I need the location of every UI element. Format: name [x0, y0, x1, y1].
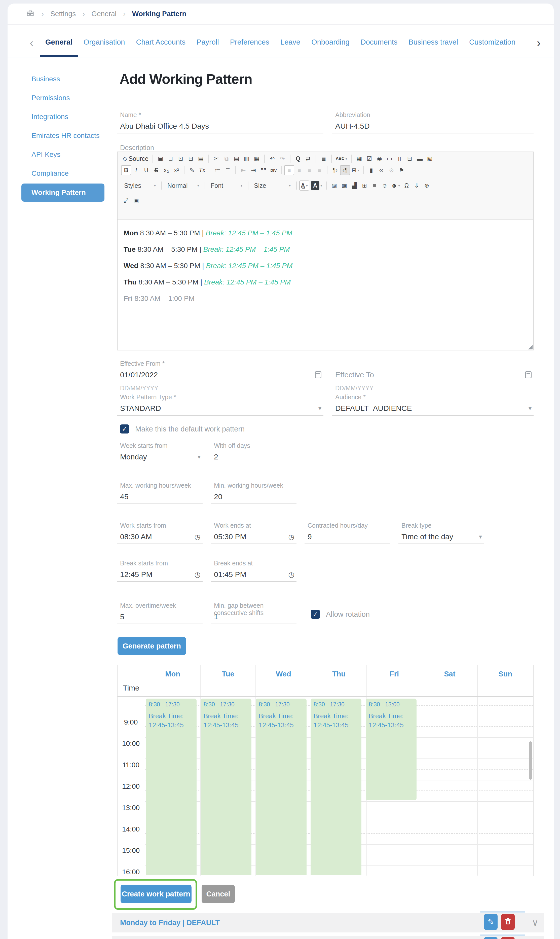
sidebar-item-permissions[interactable]: Permissions	[15, 88, 116, 107]
break-ends-at-field[interactable]: Break ends at 01:45 PM◷	[211, 560, 297, 582]
preview-icon[interactable]: ⊡	[176, 154, 186, 164]
contracted-hours-value[interactable]: 9	[308, 533, 312, 541]
delete-pattern-button[interactable]	[501, 937, 515, 939]
unlink-icon[interactable]: ⊘	[386, 165, 396, 175]
new-page-icon[interactable]: □	[166, 154, 176, 164]
sidebar-item-compliance[interactable]: Compliance	[15, 164, 116, 183]
min-working-hours-value[interactable]: 20	[214, 493, 222, 501]
smiley-icon[interactable]: ☺	[380, 180, 389, 191]
align-right-icon[interactable]: ≡	[304, 165, 314, 175]
audience-field[interactable]: Audience * DEFAULT_AUDIENCE▾	[332, 394, 534, 416]
max-overtime-field[interactable]: Max. overtime/week 5	[117, 602, 203, 624]
paste-text-icon[interactable]: ▥	[242, 154, 252, 164]
sidebar-item-working-pattern[interactable]: Working Pattern	[22, 183, 105, 202]
form-icon[interactable]: ▦	[354, 154, 365, 164]
with-off-days-value[interactable]: 2	[214, 453, 218, 461]
blockquote-icon[interactable]: ””	[258, 165, 269, 175]
edit-pattern-button[interactable]: ✎	[484, 914, 498, 930]
audience-value[interactable]: DEFAULT_AUDIENCE	[335, 404, 412, 413]
editor-resize-handle[interactable]	[528, 345, 532, 349]
link-icon[interactable]: ∞	[376, 165, 386, 175]
clock-icon[interactable]: ◷	[195, 533, 201, 541]
effective-to-placeholder[interactable]: Effective To	[335, 371, 374, 379]
show-blocks-icon[interactable]: ▣	[131, 195, 141, 205]
align-justify-icon[interactable]: ≡	[314, 165, 325, 175]
saved-pattern-row[interactable]: Monday to Friday | DEFAULT ✎ ∨	[112, 913, 544, 933]
button-field-icon[interactable]: ▬	[415, 154, 425, 164]
name-value[interactable]: Abu Dhabi Office 4.5 Days	[120, 122, 209, 131]
tabs-scroll-left-icon[interactable]: ‹	[30, 38, 34, 47]
align-left-icon[interactable]: ≡	[284, 165, 294, 175]
day-header-mon[interactable]: Mon	[145, 665, 201, 696]
day-header-wed[interactable]: Wed	[256, 665, 311, 696]
page-break-icon[interactable]: ⇓	[411, 180, 422, 191]
generate-pattern-button[interactable]: Generate pattern	[117, 637, 186, 655]
anchor-icon[interactable]: ⚑	[396, 165, 406, 175]
background-color-icon[interactable]: A▾	[309, 180, 324, 191]
editor-content[interactable]: Mon 8:30 AM – 5:30 PM | Break: 12:45 PM …	[117, 220, 533, 350]
break-type-field[interactable]: Break type Time of the day▾	[398, 522, 484, 544]
abbreviation-field[interactable]: Abbreviation AUH-4.5D	[332, 111, 534, 134]
work-ends-at-value[interactable]: 05:30 PM	[214, 533, 246, 541]
calendar-body[interactable]: 9:00 10:00 11:00 12:00 13:00 14:00 15:00…	[117, 697, 533, 876]
text-color-icon[interactable]: A▾	[299, 180, 309, 191]
break-starts-from-value[interactable]: 12:45 PM	[120, 570, 152, 579]
sidebar-item-integrations[interactable]: Integrations	[15, 107, 116, 126]
templates-icon[interactable]: ▤	[196, 154, 206, 164]
min-working-hours-field[interactable]: Min. working hours/week 20	[211, 482, 297, 504]
work-starts-from-field[interactable]: Work starts from 08:30 AM◷	[117, 522, 203, 544]
outdent-icon[interactable]: ⇤	[238, 165, 248, 175]
day-header-sat[interactable]: Sat	[422, 665, 478, 696]
clock-icon[interactable]: ◷	[288, 570, 294, 579]
delete-pattern-button[interactable]	[501, 914, 515, 930]
chevron-down-icon[interactable]: ∨	[532, 917, 538, 928]
calendar-event-fri[interactable]: 8:30 - 13:00Break Time: 12:45-13:45	[366, 699, 417, 800]
day-header-fri[interactable]: Fri	[367, 665, 422, 696]
work-ends-at-field[interactable]: Work ends at 05:30 PM◷	[211, 522, 297, 544]
allow-rotation-checkbox[interactable]: ✓	[311, 610, 320, 619]
copy-formatting-icon[interactable]: ✎	[187, 165, 197, 175]
breadcrumb-general[interactable]: General	[91, 10, 117, 18]
work-pattern-type-field[interactable]: Work Pattern Type * STANDARD▾	[117, 394, 323, 416]
paragraph-format-dropdown[interactable]: Normal▾	[165, 180, 202, 191]
image-button-icon[interactable]: ▧	[425, 154, 435, 164]
emoji-icon[interactable]: ☻▾	[389, 180, 402, 191]
calendar-event-mon[interactable]: 8:30 - 17:30Break Time: 12:45-13:45	[146, 699, 197, 875]
calendar-event-thu[interactable]: 8:30 - 17:30Break Time: 12:45-13:45	[311, 699, 362, 875]
week-starts-from-value[interactable]: Monday	[120, 453, 147, 461]
tabs-scroll-right-icon[interactable]: ›	[532, 38, 541, 47]
chevron-down-icon[interactable]: ▾	[318, 405, 322, 412]
calendar-event-wed[interactable]: 8:30 - 17:30Break Time: 12:45-13:45	[256, 699, 306, 875]
work-pattern-type-value[interactable]: STANDARD	[120, 404, 161, 413]
chevron-down-icon[interactable]: ▾	[479, 533, 482, 540]
print-icon[interactable]: ⊟	[186, 154, 196, 164]
styles-dropdown[interactable]: Styles▾	[121, 180, 159, 191]
underline-icon[interactable]: U	[141, 165, 151, 175]
italic-icon[interactable]: I	[131, 165, 141, 175]
special-character-icon[interactable]: Ω	[402, 180, 411, 191]
clock-icon[interactable]: ◷	[195, 570, 201, 579]
radio-field-icon[interactable]: ◉	[374, 154, 385, 164]
select-all-icon[interactable]: ≣	[318, 154, 329, 164]
calendar-icon[interactable]	[525, 371, 532, 379]
text-field-icon[interactable]: ▭	[385, 154, 395, 164]
contracted-hours-field[interactable]: Contracted hours/day 9	[305, 522, 390, 544]
edit-pattern-button[interactable]: ✎	[484, 937, 498, 939]
min-gap-value[interactable]: 1	[214, 613, 218, 621]
chevron-down-icon[interactable]: ▾	[529, 405, 532, 412]
paste-icon[interactable]: ▤	[232, 154, 242, 164]
checkbox-field-icon[interactable]: ☑	[365, 154, 374, 164]
insert-chart-icon[interactable]: ▟	[349, 180, 359, 191]
iframe-icon[interactable]: ⊕	[422, 180, 432, 191]
break-ends-at-value[interactable]: 01:45 PM	[214, 570, 246, 579]
effective-to-field[interactable]: Effective To DD/MM/YYYY	[332, 360, 534, 392]
tab-general[interactable]: General	[45, 38, 72, 46]
break-type-value[interactable]: Time of the day	[402, 533, 453, 541]
abbreviation-value[interactable]: AUH-4.5D	[335, 122, 370, 131]
calendar-event-tue[interactable]: 8:30 - 17:30Break Time: 12:45-13:45	[201, 699, 251, 875]
min-gap-field[interactable]: Min. gap between consecutive shifts 1	[211, 602, 297, 624]
ordered-list-icon[interactable]: ≔	[213, 165, 223, 175]
insert-media-icon[interactable]: ▩	[339, 180, 349, 191]
language-icon[interactable]: ⊞▾	[350, 165, 361, 175]
source-button[interactable]: ◇Source	[121, 154, 150, 164]
